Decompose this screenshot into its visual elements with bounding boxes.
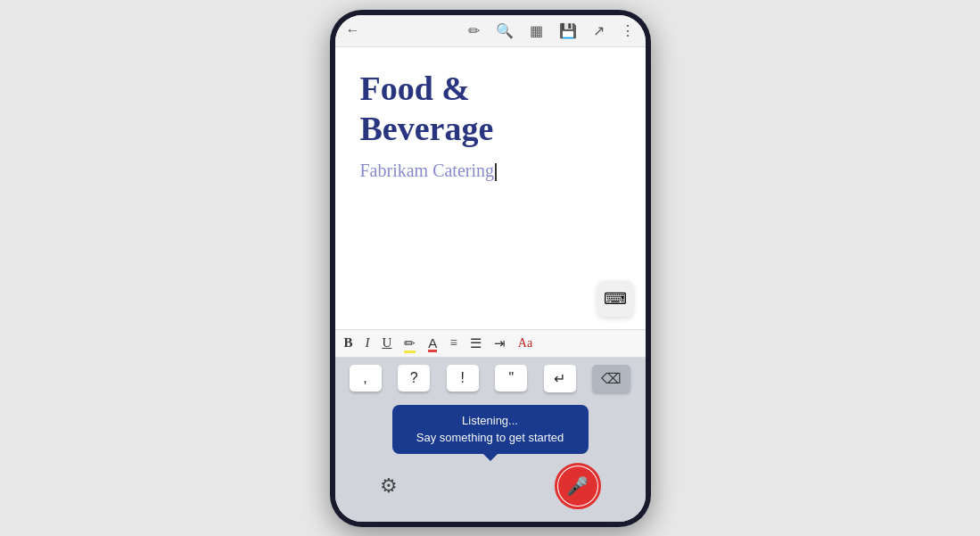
question-key[interactable]: ? <box>398 365 430 392</box>
bottom-action-row: ⚙ 🎤 <box>335 454 646 522</box>
app-toolbar: ← ✏ 🔍 ▦ 💾 ↗ ⋮ <box>335 15 646 47</box>
search-icon[interactable]: 🔍 <box>496 22 514 39</box>
underline-button[interactable]: U <box>383 335 392 350</box>
doc-icon[interactable]: ▦ <box>530 22 543 39</box>
microphone-button[interactable]: 🎤 <box>555 463 601 509</box>
keyboard-toggle-button[interactable]: ⌨ <box>597 281 633 317</box>
settings-button[interactable]: ⚙ <box>380 474 398 498</box>
quote-key[interactable]: " <box>495 365 527 392</box>
symbol-keyboard-row: , ? ! " ↵ ⌫ <box>335 358 646 400</box>
bold-button[interactable]: B <box>344 335 353 350</box>
number-list-button[interactable]: ☰ <box>470 335 482 351</box>
listening-tooltip: Listening... Say something to get starte… <box>392 405 589 454</box>
enter-key[interactable]: ↵ <box>544 365 576 392</box>
listening-line1: Listening... <box>410 412 571 430</box>
document-subtitle: Fabrikam Catering <box>360 161 621 181</box>
bullet-list-button[interactable]: ≡ <box>449 335 457 350</box>
italic-button[interactable]: I <box>366 335 370 350</box>
listening-line2: Say something to get started <box>410 429 571 447</box>
document-title: Food & Beverage <box>360 69 621 150</box>
voice-tooltip-area: Listening... Say something to get starte… <box>335 400 646 454</box>
font-color-button[interactable]: A <box>428 335 437 350</box>
exclamation-key[interactable]: ! <box>447 365 479 392</box>
backspace-key[interactable]: ⌫ <box>592 365 630 392</box>
document-area[interactable]: Food & Beverage Fabrikam Catering ⌨ <box>335 47 646 329</box>
share-icon[interactable]: ↗ <box>593 22 605 39</box>
phone-screen: ← ✏ 🔍 ▦ 💾 ↗ ⋮ Food & Beverage Fabrikam C… <box>335 15 646 522</box>
pen-icon[interactable]: ✏ <box>468 22 480 39</box>
phone-frame: ← ✏ 🔍 ▦ 💾 ↗ ⋮ Food & Beverage Fabrikam C… <box>330 10 651 527</box>
highlight-button[interactable]: ✏ <box>404 335 416 351</box>
comma-key[interactable]: , <box>350 365 382 392</box>
text-style-button[interactable]: Aa <box>518 336 532 350</box>
mic-icon: 🎤 <box>566 475 589 497</box>
format-toolbar: B I U ✏ A ≡ ☰ ⇥ Aa <box>335 329 646 358</box>
back-button[interactable]: ← <box>346 22 360 38</box>
more-icon[interactable]: ⋮ <box>621 22 635 39</box>
indent-button[interactable]: ⇥ <box>494 335 506 351</box>
save-icon[interactable]: 💾 <box>559 22 577 39</box>
keyboard-icon: ⌨ <box>604 289 627 309</box>
